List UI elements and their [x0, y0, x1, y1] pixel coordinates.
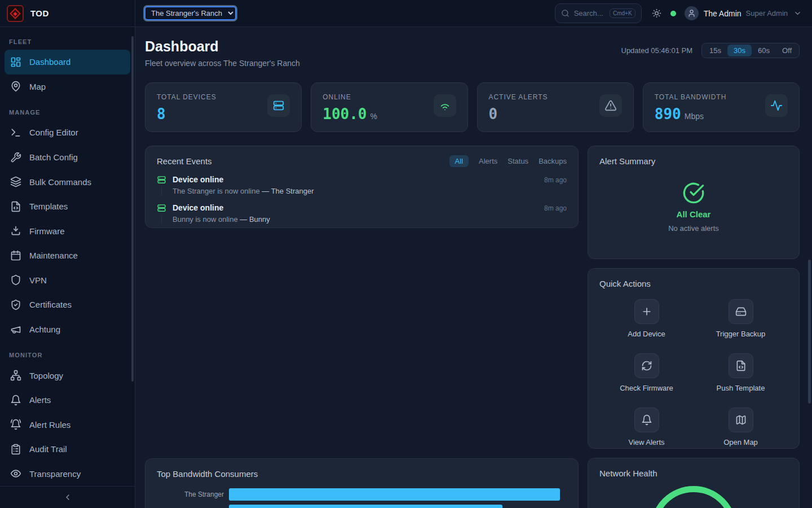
- topbar: TOD The Stranger's Ranch Cmd+K The Admin…: [0, 0, 812, 27]
- sidebar-scrollbar[interactable]: [131, 36, 134, 382]
- stat-card-total-bandwidth: TOTAL BANDWIDTH 890Mbps: [643, 82, 800, 132]
- sidebar-item-label: Dashboard: [29, 57, 70, 67]
- sidebar-item-map[interactable]: Map: [5, 75, 130, 99]
- sidebar-item-certificates[interactable]: Certificates: [5, 292, 130, 317]
- sidebar-item-label: Maintenance: [29, 251, 78, 260]
- bell-icon: [10, 395, 21, 406]
- quick-action-view-alerts[interactable]: View Alerts: [599, 408, 694, 446]
- recent-events-card: Recent Events All Alerts Status Backups: [145, 146, 579, 228]
- logo-diamond-icon: [10, 8, 21, 19]
- wifi-icon: [439, 99, 451, 112]
- quick-action-open-map[interactable]: Open Map: [694, 408, 788, 446]
- sidebar-item-config-editor[interactable]: Config Editor: [5, 120, 130, 145]
- server-icon: [157, 175, 166, 185]
- sidebar-item-audit-trail[interactable]: Audit Trail: [5, 437, 130, 462]
- event-device: — Bunny: [240, 215, 270, 224]
- refresh-off-button[interactable]: Off: [776, 45, 798, 56]
- quick-action-label: Check Firmware: [620, 384, 673, 392]
- stat-card-active-alerts: ACTIVE ALERTS 0: [477, 82, 634, 132]
- quick-action-check-firmware[interactable]: Check Firmware: [599, 353, 694, 392]
- file-code-icon: [10, 201, 21, 212]
- sidebar-item-label: Bulk Commands: [29, 177, 91, 187]
- avatar[interactable]: [685, 6, 699, 20]
- tab-backups[interactable]: Backups: [539, 157, 567, 165]
- sidebar-item-templates[interactable]: Templates: [5, 194, 130, 219]
- refresh-icon: [641, 360, 652, 371]
- chevron-down-icon: [793, 9, 802, 17]
- download-icon: [10, 225, 21, 237]
- sidebar-item-label: Templates: [29, 202, 68, 211]
- alert-status-text: All Clear: [677, 209, 711, 219]
- event-title: Device online: [173, 203, 223, 212]
- bandwidth-row: The Stranger: [157, 488, 567, 501]
- brand: TOD: [0, 0, 135, 27]
- stat-label: ONLINE: [323, 93, 377, 101]
- connection-status-dot: [670, 11, 676, 16]
- main-content: Dashboard Fleet overview across The Stra…: [135, 27, 812, 508]
- page-subtitle: Fleet overview across The Stranger's Ran…: [145, 59, 300, 68]
- event-row: Device online 8m ago Bunny is now online…: [157, 203, 567, 224]
- server-icon: [157, 203, 166, 213]
- sidebar-item-alerts[interactable]: Alerts: [5, 388, 130, 413]
- alert-triangle-icon: [604, 99, 617, 112]
- bandwidth-card: Top Bandwidth Consumers The Stranger Wal…: [145, 458, 579, 508]
- refresh-60s-button[interactable]: 60s: [752, 45, 776, 56]
- quick-action-trigger-backup[interactable]: Trigger Backup: [694, 299, 788, 338]
- sidebar-section-fleet: FLEET: [5, 38, 130, 45]
- sidebar-item-topology[interactable]: Topology: [5, 363, 130, 388]
- fleet-selector[interactable]: The Stranger's Ranch: [144, 6, 236, 20]
- page-scrollbar[interactable]: [808, 260, 811, 404]
- sidebar-item-bulk-commands[interactable]: Bulk Commands: [5, 169, 130, 194]
- sidebar-item-firmware[interactable]: Firmware: [5, 218, 130, 243]
- sidebar-item-vpn[interactable]: VPN: [5, 268, 130, 293]
- sidebar-collapse-button[interactable]: [0, 486, 135, 508]
- circle-check-icon: [682, 182, 705, 204]
- sidebar-item-dashboard[interactable]: Dashboard: [5, 50, 130, 75]
- sidebar-item-maintenance[interactable]: Maintenance: [5, 243, 130, 268]
- map-icon: [735, 414, 747, 426]
- stats-row: TOTAL DEVICES 8 ONLINE 100.0% ACTIVE A: [145, 82, 800, 132]
- tab-alerts[interactable]: Alerts: [479, 157, 497, 165]
- refresh-30s-button[interactable]: 30s: [727, 45, 752, 56]
- quick-action-label: Trigger Backup: [716, 330, 766, 338]
- quick-action-push-template[interactable]: Push Template: [694, 353, 788, 392]
- search-input[interactable]: [574, 9, 605, 17]
- sidebar-item-label: Transparency: [29, 469, 81, 479]
- stat-unit: Mbps: [685, 112, 704, 121]
- sidebar-item-transparency[interactable]: Transparency: [5, 462, 130, 487]
- chevron-left-icon: [63, 493, 72, 502]
- sidebar-section-manage: MANAGE: [5, 109, 130, 116]
- network-health-title: Network Health: [599, 468, 788, 478]
- user-name: The Admin: [704, 9, 742, 18]
- sidebar-item-label: Achtung: [29, 325, 60, 334]
- clipboard-list-icon: [10, 444, 21, 455]
- search-box[interactable]: Cmd+K: [555, 3, 642, 23]
- tab-all[interactable]: All: [449, 155, 469, 167]
- theme-toggle-button[interactable]: [652, 8, 661, 18]
- bandwidth-chart: The Stranger Walter: [157, 488, 567, 508]
- bandwidth-bar: [229, 488, 560, 501]
- refresh-15s-button[interactable]: 15s: [703, 45, 727, 56]
- recent-events-title: Recent Events: [157, 156, 212, 166]
- tab-status[interactable]: Status: [508, 157, 528, 165]
- updated-timestamp: Updated 05:46:01 PM: [621, 46, 692, 55]
- sidebar-item-achtung[interactable]: Achtung: [5, 317, 130, 342]
- quick-action-add-device[interactable]: Add Device: [599, 299, 694, 338]
- sidebar-item-label: Topology: [29, 371, 63, 380]
- app-logo[interactable]: [7, 5, 24, 22]
- search-shortcut-badge: Cmd+K: [610, 8, 636, 18]
- search-icon: [561, 9, 570, 17]
- sidebar-item-alert-rules[interactable]: Alert Rules: [5, 413, 130, 437]
- stat-value: 0: [489, 106, 498, 122]
- server-icon: [272, 99, 285, 112]
- user-menu-button[interactable]: [793, 9, 802, 17]
- event-description: Bunny is now online: [173, 215, 238, 224]
- sidebar-item-batch-config[interactable]: Batch Config: [5, 145, 130, 170]
- sidebar-item-label: Firmware: [29, 226, 65, 236]
- quick-actions-title: Quick Actions: [599, 279, 651, 288]
- sidebar-item-label: Map: [29, 82, 46, 91]
- sidebar-item-label: Batch Config: [29, 152, 78, 162]
- quick-actions-card: Quick Actions Add Device Trigger Backup: [588, 268, 800, 449]
- sidebar-item-label: Alerts: [29, 395, 51, 405]
- user-role: Super Admin: [746, 9, 788, 17]
